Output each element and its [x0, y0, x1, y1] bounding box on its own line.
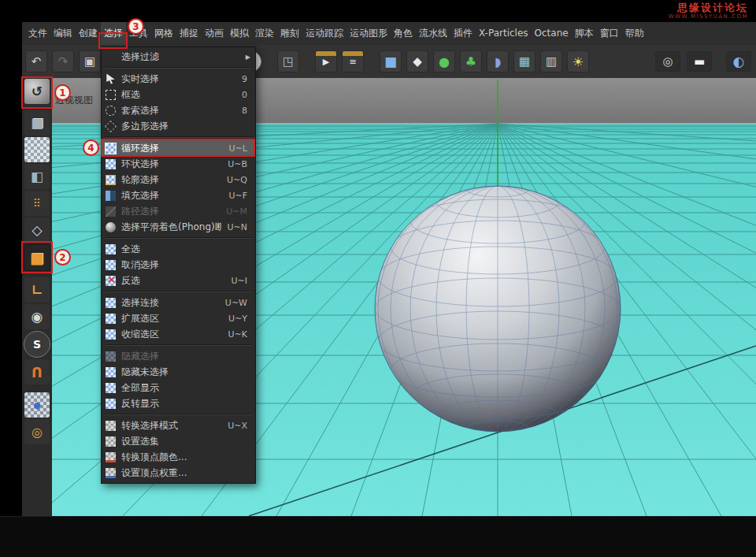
make-editable-button[interactable]: ↺: [24, 79, 50, 104]
menu-item-set-vertex-color[interactable]: 转换顶点颜色...: [102, 449, 255, 465]
add-environment-button[interactable]: ▦: [513, 50, 536, 72]
menu-separator: [102, 235, 255, 241]
menu-item-live-select[interactable]: 实时选择 9: [102, 71, 255, 87]
submenu-arrow-icon: ▶: [246, 54, 250, 61]
menu-item-box-select[interactable]: 框选 0: [102, 87, 255, 102]
menubar-item-edit[interactable]: 编辑: [50, 22, 76, 45]
viewport-solo-button[interactable]: ◉: [24, 304, 50, 329]
menubar-item-pipeline[interactable]: 流水线: [416, 22, 450, 45]
menubar-item-tools[interactable]: 工具: [126, 22, 151, 45]
menubar-item-script[interactable]: 脚本: [572, 22, 597, 45]
menu-item-shortcut: U~K: [228, 329, 247, 340]
texture-mode-button[interactable]: [24, 137, 50, 162]
invert-hidden-icon: [106, 399, 116, 409]
add-mograph-button[interactable]: ♣: [460, 50, 482, 72]
display-card-button[interactable]: ▬: [687, 51, 712, 72]
left-toolbar: ↺ ■ ◧ ⠿ ◇ ■ ∟ ◉ S: [22, 78, 52, 516]
menu-item-unhide-all[interactable]: 全部显示: [102, 380, 255, 395]
points-mode-button[interactable]: ⠿: [24, 191, 50, 216]
toolbar-button-icon: ↷: [58, 54, 69, 69]
menubar-item-select[interactable]: 选择: [101, 22, 126, 45]
menu-item-shrink-selection[interactable]: 收缩选区 U~K: [102, 326, 255, 342]
menu-item-label: 收缩选区: [121, 328, 222, 341]
enable-axis-button[interactable]: ∟: [24, 277, 50, 303]
menu-item-fill-select[interactable]: 填充选择 U~F: [102, 188, 255, 203]
model-mode-button[interactable]: ■: [24, 110, 50, 136]
menu-item-invert-hidden[interactable]: 反转显示: [102, 395, 255, 411]
viewport-label[interactable]: 透视视图: [55, 94, 93, 107]
snap-toggle-button[interactable]: S: [24, 331, 50, 358]
menu-item-selection-filter[interactable]: 选择过滤 ▶: [102, 49, 255, 65]
menubar-item-label: 创建: [79, 28, 98, 39]
menu-item-shortcut: 8: [242, 106, 247, 116]
add-light-button[interactable]: ☀: [567, 50, 589, 72]
menu-item-shortcut: U~F: [228, 191, 247, 201]
menubar-item-snap[interactable]: 捕捉: [176, 22, 202, 45]
menubar-item-simulate[interactable]: 模拟: [227, 22, 252, 45]
menubar-item-file[interactable]: 文件: [25, 22, 50, 45]
undo-button[interactable]: ↶: [25, 50, 47, 72]
menu-item-invert-select[interactable]: 反选 U~I: [102, 273, 255, 288]
menubar-item-window[interactable]: 窗口: [597, 22, 622, 45]
menu-item-convert-selection[interactable]: 转换选择模式 U~X: [102, 418, 255, 433]
left-toolbar-button-icon: S: [33, 338, 41, 351]
menubar-item-sculpt[interactable]: 雕刻: [277, 22, 302, 45]
menubar-item-animate[interactable]: 动画: [202, 22, 227, 45]
menu-item-poly-select[interactable]: 多边形选择: [102, 118, 255, 134]
axis-lock-button[interactable]: ◎: [24, 419, 50, 444]
display-shade-button[interactable]: ◐: [726, 51, 751, 72]
watermark-site-url: WWW.MISSYUAN.COM: [0, 13, 748, 20]
display-mode-button[interactable]: ◎: [655, 51, 680, 72]
menubar-item-x-particles[interactable]: X-Particles: [476, 22, 532, 45]
menu-item-loop-select[interactable]: 循环选择 U~L: [102, 140, 255, 156]
coordinate-system-toggle[interactable]: ◳: [277, 50, 299, 72]
menubar-item-octane[interactable]: Octane: [532, 22, 572, 45]
menu-item-label: 转换选择模式: [121, 419, 221, 433]
menu-item-shortcut: U~X: [228, 421, 247, 431]
select-frame-tool[interactable]: ▣: [79, 50, 101, 72]
menubar-item-character[interactable]: 角色: [391, 22, 416, 45]
edges-mode-button[interactable]: ◇: [24, 217, 50, 243]
menu-item-phong-break[interactable]: 选择平滑着色(Phong)断开 U~N: [102, 219, 255, 235]
menu-item-label: 扩展选区: [121, 312, 222, 325]
menubar-item-plugins[interactable]: 插件: [450, 22, 476, 45]
toolbar-button-icon: ☀: [573, 54, 584, 69]
redo-button[interactable]: ↷: [52, 50, 74, 72]
add-camera-button[interactable]: ▥: [540, 50, 562, 72]
menubar-item-mograph[interactable]: 运动图形: [346, 22, 391, 45]
menu-item-label: 套索选择: [121, 104, 235, 117]
menu-item-ring-select[interactable]: 环状选择 U~B: [102, 156, 255, 172]
workplane-mode-button[interactable]: ◧: [24, 164, 50, 189]
render-settings-button[interactable]: ≡: [342, 50, 364, 72]
menubar-item-label: 插件: [454, 28, 472, 39]
add-deformer-button[interactable]: ◗: [487, 50, 509, 72]
menubar-item-motion-tracker[interactable]: 运动跟踪: [302, 22, 346, 45]
select-menu-popup: 选择过滤 ▶ 实时选择 9 框选 0 套索选择 8: [101, 46, 256, 484]
left-toolbar-button-icon: ⠿: [33, 197, 41, 210]
menu-item-grow-selection[interactable]: 扩展选区 U~Y: [102, 310, 255, 326]
menu-separator: [102, 65, 255, 71]
menu-separator: [102, 411, 255, 418]
add-generator-button[interactable]: ●: [433, 50, 455, 72]
toolbar-button-icon: ▶: [323, 57, 329, 67]
workplane-lock-button[interactable]: ●: [24, 392, 50, 418]
magnet-tool-button[interactable]: U: [24, 359, 50, 384]
add-primitive-button[interactable]: ■: [380, 50, 402, 72]
menu-item-outline-select[interactable]: 轮廓选择 U~Q: [102, 172, 255, 188]
menu-item-select-all[interactable]: 全选: [102, 241, 255, 257]
menubar-item-help[interactable]: 帮助: [622, 22, 647, 45]
menu-item-deselect-all[interactable]: 取消选择: [102, 257, 255, 273]
menubar-item-create[interactable]: 创建: [76, 22, 101, 45]
menu-item-set-vertex-weight[interactable]: 设置顶点权重...: [102, 465, 255, 481]
polygons-mode-button[interactable]: ■: [24, 244, 50, 271]
menu-item-hide-unselected[interactable]: 隐藏未选择: [102, 364, 255, 380]
menubar-item-mesh[interactable]: 网格: [151, 22, 176, 45]
left-toolbar-button-icon: ●: [33, 400, 41, 410]
add-spline-button[interactable]: ◆: [406, 50, 428, 72]
menubar-item-render[interactable]: 渲染: [252, 22, 277, 45]
toolbar-button-icon: ◐: [733, 54, 745, 69]
render-view-button[interactable]: ▶: [315, 50, 337, 72]
menu-item-lasso-select[interactable]: 套索选择 8: [102, 102, 255, 118]
menu-item-set-selection[interactable]: 设置选集: [102, 433, 255, 449]
menu-item-select-connected[interactable]: 选择连接 U~W: [102, 295, 255, 310]
